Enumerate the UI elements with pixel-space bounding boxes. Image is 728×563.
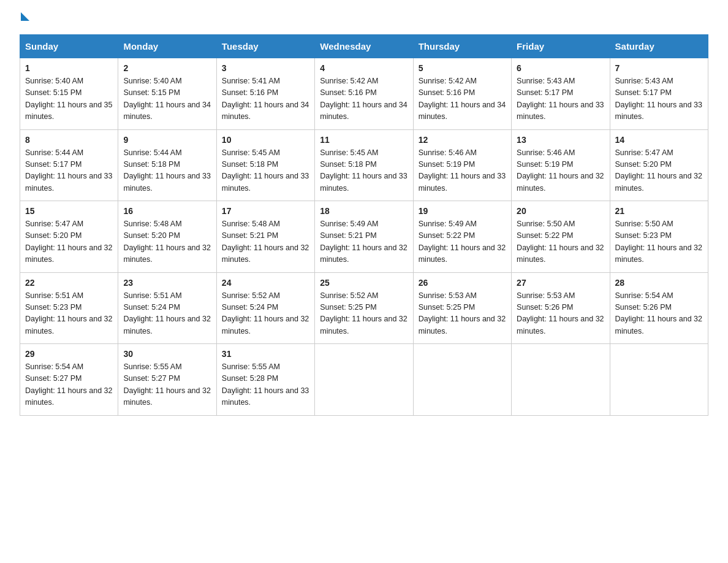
calendar-cell: 24 Sunrise: 5:52 AMSunset: 5:24 PMDaylig… xyxy=(216,272,314,344)
day-info: Sunrise: 5:50 AMSunset: 5:22 PMDaylight:… xyxy=(517,220,604,264)
day-info: Sunrise: 5:45 AMSunset: 5:18 PMDaylight:… xyxy=(222,148,309,193)
day-header-sunday: Sunday xyxy=(20,35,118,58)
day-info: Sunrise: 5:54 AMSunset: 5:27 PMDaylight:… xyxy=(25,362,112,407)
day-info: Sunrise: 5:50 AMSunset: 5:23 PMDaylight:… xyxy=(615,220,702,264)
day-info: Sunrise: 5:47 AMSunset: 5:20 PMDaylight:… xyxy=(25,220,112,264)
calendar-cell: 11 Sunrise: 5:45 AMSunset: 5:18 PMDaylig… xyxy=(315,129,413,201)
day-info: Sunrise: 5:46 AMSunset: 5:19 PMDaylight:… xyxy=(517,148,604,193)
logo xyxy=(20,15,29,23)
calendar-cell: 2 Sunrise: 5:40 AMSunset: 5:15 PMDayligh… xyxy=(118,58,216,130)
day-number: 14 xyxy=(615,135,703,145)
week-row-2: 8 Sunrise: 5:44 AMSunset: 5:17 PMDayligh… xyxy=(20,129,708,201)
day-number: 23 xyxy=(123,278,211,288)
calendar-cell: 1 Sunrise: 5:40 AMSunset: 5:15 PMDayligh… xyxy=(20,58,118,130)
day-header-tuesday: Tuesday xyxy=(216,35,314,58)
day-info: Sunrise: 5:52 AMSunset: 5:24 PMDaylight:… xyxy=(222,291,309,335)
day-info: Sunrise: 5:40 AMSunset: 5:15 PMDaylight:… xyxy=(25,77,112,121)
day-info: Sunrise: 5:53 AMSunset: 5:25 PMDaylight:… xyxy=(419,291,506,335)
day-info: Sunrise: 5:51 AMSunset: 5:24 PMDaylight:… xyxy=(123,291,210,335)
calendar-cell: 5 Sunrise: 5:42 AMSunset: 5:16 PMDayligh… xyxy=(413,58,511,130)
day-number: 9 xyxy=(123,135,211,145)
calendar-cell: 19 Sunrise: 5:49 AMSunset: 5:22 PMDaylig… xyxy=(413,201,511,273)
day-number: 1 xyxy=(25,63,113,73)
day-info: Sunrise: 5:48 AMSunset: 5:20 PMDaylight:… xyxy=(123,220,210,264)
day-number: 4 xyxy=(320,63,408,73)
page-header xyxy=(20,15,708,23)
day-number: 17 xyxy=(222,206,309,216)
day-number: 31 xyxy=(222,349,309,359)
day-number: 21 xyxy=(615,206,703,216)
day-number: 15 xyxy=(25,206,113,216)
calendar-cell: 26 Sunrise: 5:53 AMSunset: 5:25 PMDaylig… xyxy=(413,272,511,344)
day-header-thursday: Thursday xyxy=(413,35,511,58)
day-info: Sunrise: 5:55 AMSunset: 5:28 PMDaylight:… xyxy=(222,362,309,407)
day-number: 30 xyxy=(123,349,211,359)
day-number: 19 xyxy=(419,206,506,216)
day-number: 24 xyxy=(222,278,309,288)
calendar-cell: 25 Sunrise: 5:52 AMSunset: 5:25 PMDaylig… xyxy=(315,272,413,344)
calendar-cell: 16 Sunrise: 5:48 AMSunset: 5:20 PMDaylig… xyxy=(118,201,216,273)
calendar-cell: 27 Sunrise: 5:53 AMSunset: 5:26 PMDaylig… xyxy=(512,272,610,344)
day-number: 5 xyxy=(419,63,506,73)
day-info: Sunrise: 5:55 AMSunset: 5:27 PMDaylight:… xyxy=(123,362,210,407)
calendar-cell: 23 Sunrise: 5:51 AMSunset: 5:24 PMDaylig… xyxy=(118,272,216,344)
week-row-1: 1 Sunrise: 5:40 AMSunset: 5:15 PMDayligh… xyxy=(20,58,708,130)
day-header-monday: Monday xyxy=(118,35,216,58)
day-number: 28 xyxy=(615,278,703,288)
calendar-cell: 18 Sunrise: 5:49 AMSunset: 5:21 PMDaylig… xyxy=(315,201,413,273)
calendar-cell: 30 Sunrise: 5:55 AMSunset: 5:27 PMDaylig… xyxy=(118,344,216,416)
week-row-5: 29 Sunrise: 5:54 AMSunset: 5:27 PMDaylig… xyxy=(20,344,708,416)
day-number: 29 xyxy=(25,349,113,359)
day-info: Sunrise: 5:42 AMSunset: 5:16 PMDaylight:… xyxy=(320,77,407,121)
day-info: Sunrise: 5:49 AMSunset: 5:21 PMDaylight:… xyxy=(320,220,407,264)
day-number: 18 xyxy=(320,206,408,216)
calendar-cell: 9 Sunrise: 5:44 AMSunset: 5:18 PMDayligh… xyxy=(118,129,216,201)
day-header-friday: Friday xyxy=(512,35,610,58)
calendar-cell: 20 Sunrise: 5:50 AMSunset: 5:22 PMDaylig… xyxy=(512,201,610,273)
day-number: 2 xyxy=(123,63,211,73)
day-number: 3 xyxy=(222,63,309,73)
day-info: Sunrise: 5:54 AMSunset: 5:26 PMDaylight:… xyxy=(615,291,702,335)
day-info: Sunrise: 5:41 AMSunset: 5:16 PMDaylight:… xyxy=(222,77,309,121)
day-info: Sunrise: 5:40 AMSunset: 5:15 PMDaylight:… xyxy=(123,77,210,121)
day-info: Sunrise: 5:53 AMSunset: 5:26 PMDaylight:… xyxy=(517,291,604,335)
calendar-cell: 10 Sunrise: 5:45 AMSunset: 5:18 PMDaylig… xyxy=(216,129,314,201)
calendar-cell: 14 Sunrise: 5:47 AMSunset: 5:20 PMDaylig… xyxy=(610,129,708,201)
day-header-wednesday: Wednesday xyxy=(315,35,413,58)
day-number: 11 xyxy=(320,135,408,145)
calendar-table: SundayMondayTuesdayWednesdayThursdayFrid… xyxy=(20,34,708,416)
week-row-3: 15 Sunrise: 5:47 AMSunset: 5:20 PMDaylig… xyxy=(20,201,708,273)
calendar-cell: 21 Sunrise: 5:50 AMSunset: 5:23 PMDaylig… xyxy=(610,201,708,273)
day-info: Sunrise: 5:51 AMSunset: 5:23 PMDaylight:… xyxy=(25,291,112,335)
calendar-cell xyxy=(610,344,708,416)
day-info: Sunrise: 5:48 AMSunset: 5:21 PMDaylight:… xyxy=(222,220,309,264)
day-info: Sunrise: 5:42 AMSunset: 5:16 PMDaylight:… xyxy=(419,77,506,121)
day-info: Sunrise: 5:49 AMSunset: 5:22 PMDaylight:… xyxy=(419,220,506,264)
days-header-row: SundayMondayTuesdayWednesdayThursdayFrid… xyxy=(20,35,708,58)
calendar-cell xyxy=(315,344,413,416)
logo-arrow-icon xyxy=(21,12,29,21)
day-number: 12 xyxy=(419,135,506,145)
calendar-cell: 13 Sunrise: 5:46 AMSunset: 5:19 PMDaylig… xyxy=(512,129,610,201)
calendar-cell: 28 Sunrise: 5:54 AMSunset: 5:26 PMDaylig… xyxy=(610,272,708,344)
calendar-cell: 7 Sunrise: 5:43 AMSunset: 5:17 PMDayligh… xyxy=(610,58,708,130)
calendar-cell: 12 Sunrise: 5:46 AMSunset: 5:19 PMDaylig… xyxy=(413,129,511,201)
day-number: 20 xyxy=(517,206,604,216)
day-info: Sunrise: 5:46 AMSunset: 5:19 PMDaylight:… xyxy=(419,148,506,193)
day-info: Sunrise: 5:45 AMSunset: 5:18 PMDaylight:… xyxy=(320,148,407,193)
day-number: 10 xyxy=(222,135,309,145)
calendar-cell: 6 Sunrise: 5:43 AMSunset: 5:17 PMDayligh… xyxy=(512,58,610,130)
calendar-cell: 22 Sunrise: 5:51 AMSunset: 5:23 PMDaylig… xyxy=(20,272,118,344)
day-number: 6 xyxy=(517,63,604,73)
day-info: Sunrise: 5:44 AMSunset: 5:18 PMDaylight:… xyxy=(123,148,210,193)
calendar-cell: 17 Sunrise: 5:48 AMSunset: 5:21 PMDaylig… xyxy=(216,201,314,273)
day-number: 16 xyxy=(123,206,211,216)
day-info: Sunrise: 5:52 AMSunset: 5:25 PMDaylight:… xyxy=(320,291,407,335)
calendar-cell: 31 Sunrise: 5:55 AMSunset: 5:28 PMDaylig… xyxy=(216,344,314,416)
day-number: 8 xyxy=(25,135,113,145)
day-number: 26 xyxy=(419,278,506,288)
week-row-4: 22 Sunrise: 5:51 AMSunset: 5:23 PMDaylig… xyxy=(20,272,708,344)
calendar-cell: 3 Sunrise: 5:41 AMSunset: 5:16 PMDayligh… xyxy=(216,58,314,130)
calendar-cell xyxy=(413,344,511,416)
calendar-cell: 8 Sunrise: 5:44 AMSunset: 5:17 PMDayligh… xyxy=(20,129,118,201)
